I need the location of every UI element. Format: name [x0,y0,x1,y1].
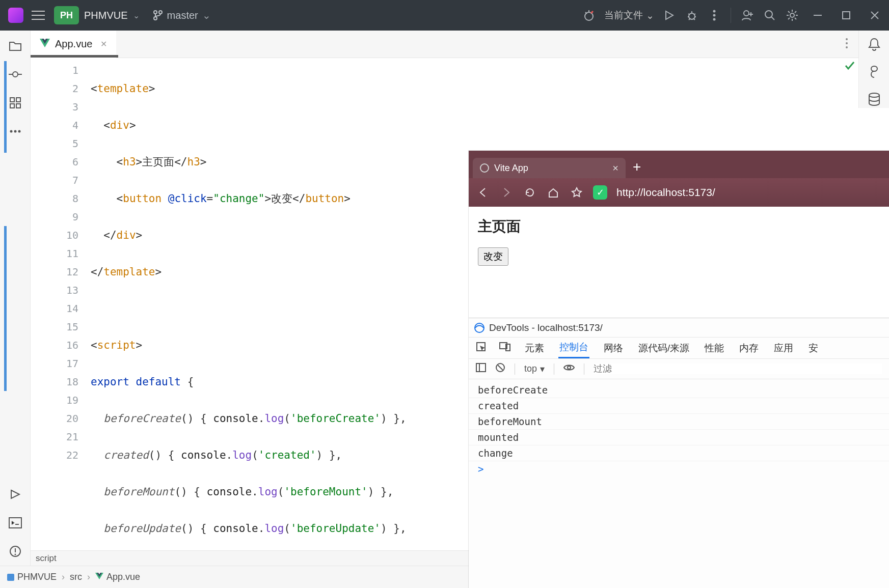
devtools-tab-elements[interactable]: 元素 [524,339,545,358]
run-button[interactable] [658,0,681,31]
bug-icon[interactable] [578,0,600,31]
toggle-sidebar-icon[interactable] [476,363,486,375]
project-badge[interactable]: PH [54,6,79,24]
devtools-tab-memory[interactable]: 内存 [738,339,760,358]
notifications-icon[interactable] [868,38,880,53]
search-icon[interactable] [759,0,781,31]
database-icon[interactable] [868,93,880,108]
browser-tab[interactable]: Vite App × [473,158,626,178]
close-button[interactable] [860,0,889,31]
svg-point-30 [846,46,848,48]
site-security-icon[interactable]: ✓ [593,185,607,200]
vcs-branch[interactable]: master ⌄ [153,9,224,21]
console-toolbar: top ▾ [469,359,889,379]
svg-rect-36 [476,363,479,372]
vue-file-icon [95,572,103,582]
svg-rect-12 [843,12,850,19]
devtools-tab-performance[interactable]: 性能 [704,339,725,358]
line-number: 18 [31,373,78,391]
change-button[interactable]: 改变 [478,247,508,266]
new-tab-button[interactable]: + [633,159,641,175]
code-with-me-icon[interactable] [736,0,759,31]
browser-tabbar: Vite App × + [469,151,889,178]
svg-point-27 [869,93,879,97]
line-number: 22 [31,446,78,464]
line-number: 19 [31,391,78,409]
svg-point-19 [14,130,16,133]
project-tool-icon[interactable] [7,38,23,54]
editor-tab[interactable]: App.vue ✕ [31,31,116,58]
console-line: beforeCreate [469,382,889,398]
main-menu-button[interactable] [32,10,45,20]
devtools-tabs: 元素 控制台 网络 源代码/来源 性能 内存 应用 安 [469,338,889,359]
inspect-icon[interactable] [476,342,486,354]
line-number: 3 [31,98,78,116]
devtools-tab-application[interactable]: 应用 [773,339,794,358]
ai-assistant-icon[interactable] [868,65,881,80]
run-tool-icon[interactable] [7,486,23,502]
device-toggle-icon[interactable] [499,342,510,354]
chevron-down-icon: ⌄ [646,10,654,21]
devtools-tab-sources[interactable]: 源代码/来源 [637,339,690,358]
line-number: 16 [31,336,78,354]
settings-icon[interactable] [781,0,803,31]
console-context-label: top [524,363,537,374]
devtools-tab-more[interactable]: 安 [807,339,819,358]
line-number: 13 [31,281,78,299]
devtools-tab-console[interactable]: 控制台 [558,338,589,358]
svg-point-6 [713,14,716,17]
more-tool-icon[interactable] [7,123,23,139]
debug-button[interactable] [681,0,703,31]
svg-point-9 [765,11,772,18]
minimize-button[interactable] [803,0,832,31]
console-context-dropdown[interactable]: top ▾ [524,363,545,375]
svg-point-7 [713,18,716,21]
reload-button[interactable] [523,187,537,198]
console-filter-input[interactable] [594,363,882,374]
svg-rect-16 [10,104,14,108]
maximize-button[interactable] [832,0,860,31]
terminal-tool-icon[interactable] [7,515,23,531]
chevron-down-icon: ▾ [540,363,545,375]
line-number: 9 [31,208,78,226]
home-button[interactable] [546,187,560,198]
page-heading: 主页面 [478,217,880,236]
breadcrumb-folder[interactable]: src [70,572,82,582]
devtools-tab-network[interactable]: 网络 [603,339,624,358]
globe-icon [480,163,489,173]
clear-console-icon[interactable] [495,362,505,375]
console-prompt[interactable]: > [469,461,889,477]
chevron-down-icon[interactable]: ⌄ [133,11,140,20]
line-number: 11 [31,244,78,263]
devtools-app-icon [474,322,485,333]
close-icon[interactable]: ✕ [100,39,107,49]
line-number: 2 [31,79,78,98]
svg-rect-15 [16,98,20,102]
breadcrumb-file[interactable]: App.vue [95,572,140,582]
project-name[interactable]: PHMVUE [84,10,128,21]
app-icon [8,8,23,23]
devtools: DevTools - localhost:5173/ 元素 控制台 网络 源代码… [469,318,889,588]
line-number: 5 [31,134,78,153]
forward-button[interactable] [499,187,514,198]
tabs-more-button[interactable] [835,38,858,51]
commit-tool-icon[interactable] [7,66,23,82]
svg-rect-35 [476,363,486,372]
breadcrumb-node: script [36,553,57,564]
line-number: 1 [31,61,78,79]
address-bar[interactable]: http://localhost:5173/ [616,186,715,199]
live-expression-icon[interactable] [563,363,575,374]
line-number: 6 [31,153,78,171]
run-scope[interactable]: 当前文件 ⌄ [604,9,654,22]
devtools-title-text: DevTools - localhost:5173/ [489,322,603,333]
chevron-down-icon[interactable]: ⌄ [202,9,211,21]
breadcrumb-root[interactable]: PHMVUE [7,572,57,582]
active-tab-indicator [31,55,118,58]
favorite-button[interactable] [570,187,584,198]
close-icon[interactable]: × [612,162,618,174]
problems-tool-icon[interactable] [7,543,23,559]
structure-tool-icon[interactable] [7,95,23,111]
more-actions-button[interactable] [703,0,725,31]
tab-title: App.vue [55,38,92,50]
back-button[interactable] [476,187,490,198]
